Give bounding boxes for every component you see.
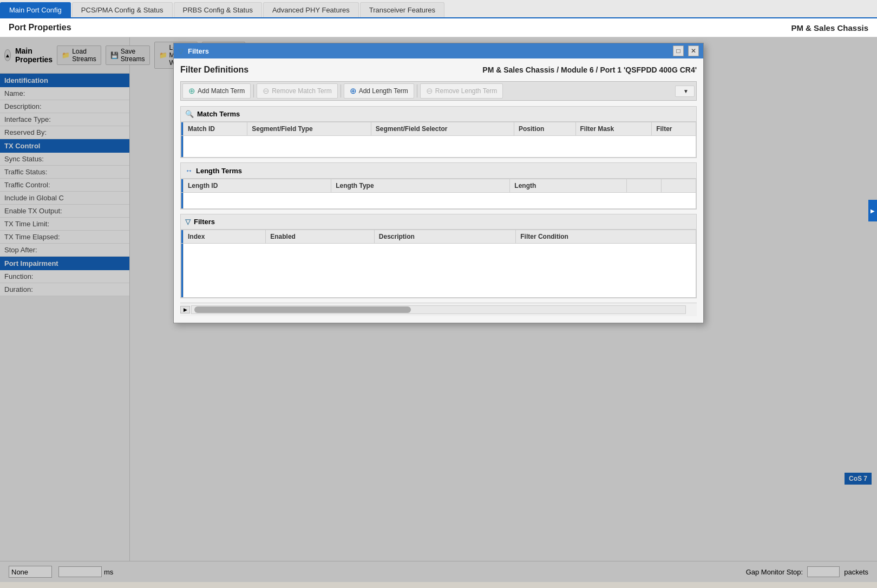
tab-transceiver[interactable]: Transceiver Features [360, 2, 444, 17]
remove-length-term-button[interactable]: ⊖ Remove Length Term [420, 83, 503, 99]
match-terms-title: Match Terms [197, 110, 240, 118]
scroll-right-button[interactable]: ▶ [180, 306, 190, 313]
table-row [181, 136, 696, 158]
tab-advanced-phy[interactable]: Advanced PHY Features [263, 2, 359, 17]
col-segment-field-selector: Segment/Field Selector [371, 122, 514, 136]
match-terms-header: 🔍 Match Terms [181, 107, 696, 122]
remove-match-term-icon: ⊖ [263, 86, 270, 96]
col-index: Index [184, 230, 266, 244]
add-length-term-button[interactable]: ⊕ Add Length Term [344, 83, 414, 99]
length-terms-table: Length ID Length Type Length [181, 179, 696, 209]
port-header-right: PM & Sales Chassis [791, 23, 868, 32]
remove-match-term-button[interactable]: ⊖ Remove Match Term [257, 83, 337, 99]
scroll-thumb[interactable] [194, 306, 411, 313]
empty-cell-f [184, 244, 696, 298]
filter-def-title: Filter Definitions [180, 65, 248, 75]
filter-titlebar-icon: ▽ [178, 47, 184, 55]
col-length: Length [510, 179, 626, 193]
empty-cell-lt [184, 193, 696, 209]
horizontal-scrollbar[interactable]: ◀ ▶ [180, 303, 697, 316]
remove-length-term-icon: ⊖ [426, 86, 433, 96]
col-filter-mask: Filter Mask [575, 122, 652, 136]
match-terms-section: 🔍 Match Terms Match ID Segment/Field Typ… [180, 106, 697, 158]
modal-close-button[interactable]: ✕ [688, 45, 699, 56]
filters-modal: ▽ Filters □ ✕ Filter Definitions PM & Sa… [173, 43, 704, 323]
main-content: ▲ Main Properties 📁 Load Streams 💾 Save … [0, 37, 877, 582]
modal-overlay: ▽ Filters □ ✕ Filter Definitions PM & Sa… [0, 37, 877, 582]
col-filter-condition: Filter Condition [516, 230, 696, 244]
scroll-track[interactable] [191, 305, 686, 314]
add-length-term-icon: ⊕ [350, 86, 357, 96]
toolbar-separator-2 [341, 84, 341, 97]
empty-cell [184, 136, 696, 158]
table-row [181, 244, 696, 298]
col-segment-field-type: Segment/Field Type [247, 122, 371, 136]
toolbar-separator-3 [417, 84, 417, 97]
col-length-id: Length ID [184, 179, 331, 193]
toolbar-separator [253, 84, 254, 97]
tab-pcs-pma[interactable]: PCS/PMA Config & Status [72, 2, 173, 17]
length-terms-section: ↔ Length Terms Length ID Length Type Len… [180, 162, 697, 210]
col-filter: Filter [652, 122, 696, 136]
col-enabled: Enabled [266, 230, 375, 244]
action-toolbar: ⊕ Add Match Term ⊖ Remove Match Term ⊕ A… [180, 81, 697, 101]
filters-section-header: ▽ Filters [181, 214, 696, 230]
tab-main-port-config[interactable]: Main Port Config [0, 2, 71, 17]
filters-section: ▽ Filters Index Enabled Description Filt… [180, 214, 697, 298]
dropdown-arrow-icon: ▼ [683, 88, 689, 94]
expand-arrow-icon: ▶ [871, 208, 875, 214]
tab-prbs[interactable]: PRBS Config & Status [174, 2, 262, 17]
modal-title: Filters [188, 47, 669, 55]
col-empty-1 [626, 179, 661, 193]
length-terms-title: Length Terms [196, 167, 242, 175]
col-match-id: Match ID [184, 122, 247, 136]
filter-def-header: Filter Definitions PM & Sales Chassis / … [180, 65, 697, 75]
filter-def-path: PM & Sales Chassis / Module 6 / Port 1 '… [482, 66, 697, 74]
filters-section-title: Filters [194, 218, 215, 226]
port-properties-title: Port Properties [9, 23, 71, 32]
filter-section-icon: ▽ [185, 218, 191, 226]
right-expand-button[interactable]: ▶ [868, 200, 877, 221]
col-length-type: Length Type [331, 179, 510, 193]
tab-bar: Main Port Config PCS/PMA Config & Status… [0, 0, 877, 18]
add-match-term-button[interactable]: ⊕ Add Match Term [182, 83, 251, 99]
col-empty-2 [661, 179, 696, 193]
length-terms-header: ↔ Length Terms [181, 163, 696, 179]
col-position: Position [514, 122, 575, 136]
add-match-term-icon: ⊕ [188, 86, 195, 96]
modal-body: Filter Definitions PM & Sales Chassis / … [174, 58, 703, 323]
modal-titlebar: ▽ Filters □ ✕ [174, 43, 703, 58]
match-terms-table: Match ID Segment/Field Type Segment/Fiel… [181, 122, 696, 158]
arrows-icon: ↔ [185, 166, 193, 175]
table-row [181, 193, 696, 209]
search-icon: 🔍 [185, 110, 194, 118]
filters-table: Index Enabled Description Filter Conditi… [181, 230, 696, 298]
port-header: Port Properties PM & Sales Chassis [0, 18, 877, 37]
col-description: Description [374, 230, 515, 244]
toolbar-dropdown[interactable]: ▼ [675, 86, 695, 97]
modal-maximize-button[interactable]: □ [673, 45, 684, 56]
